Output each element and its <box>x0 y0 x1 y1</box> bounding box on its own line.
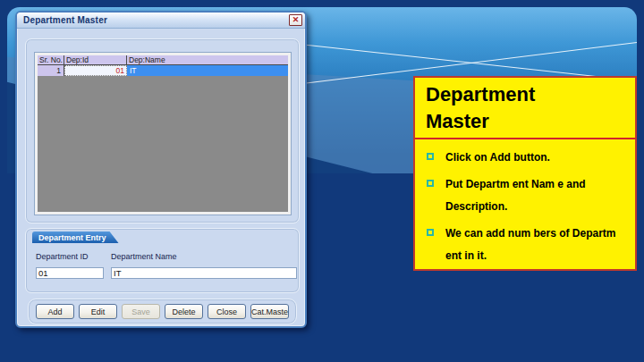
cell-srno: 1 <box>38 65 64 76</box>
instruction-callout: Department Master Click on Add button. P… <box>413 76 637 271</box>
square-bullet-icon <box>427 229 434 236</box>
department-entry-panel: Department Entry Department ID Departmen… <box>25 228 300 293</box>
department-master-window: Department Master ✕ Sr. No. Dep:Id Dep:N… <box>15 11 307 328</box>
column-header-srno: Sr. No. <box>38 55 64 64</box>
instruction-text: Put Departm ent Nam e and Description. <box>445 173 628 218</box>
add-button[interactable]: Add <box>36 304 74 319</box>
close-button[interactable]: ✕ <box>289 14 302 26</box>
close-icon: ✕ <box>292 16 300 24</box>
table-row[interactable]: 1 01 IT <box>38 65 288 76</box>
department-id-input[interactable] <box>36 267 104 279</box>
square-bullet-icon <box>427 180 434 187</box>
instruction-text: Click on Add button. <box>445 147 628 169</box>
department-name-field-group: Department Name <box>111 252 297 280</box>
department-name-label: Department Name <box>111 252 297 261</box>
callout-title: Department Master <box>426 81 578 135</box>
window-titlebar[interactable]: Department Master ✕ <box>17 13 305 29</box>
department-entry-tab: Department Entry <box>32 232 119 243</box>
cell-depid[interactable]: 01 <box>64 65 127 76</box>
instruction-text: We can add num bers of Departm ent in it… <box>445 223 628 267</box>
cat-master-button[interactable]: Cat.Master <box>250 304 289 319</box>
slide: Department Master ✕ Sr. No. Dep:Id Dep:N… <box>0 0 644 362</box>
edit-button[interactable]: Edit <box>79 304 117 319</box>
instruction-list: Click on Add button. Put Departm ent Nam… <box>415 139 635 267</box>
column-header-depname: Dep:Name <box>127 55 288 64</box>
list-item: Click on Add button. <box>427 147 628 169</box>
grid-group-panel: Sr. No. Dep:Id Dep:Name 1 01 IT <box>25 38 300 223</box>
close-window-button[interactable]: Close <box>208 304 246 319</box>
list-item: We can add num bers of Departm ent in it… <box>427 223 628 267</box>
square-bullet-icon <box>427 153 434 160</box>
department-id-field-group: Department ID <box>36 252 104 280</box>
department-grid: Sr. No. Dep:Id Dep:Name 1 01 IT <box>35 53 291 215</box>
grid-header-row: Sr. No. Dep:Id Dep:Name <box>38 55 288 65</box>
window-title: Department Master <box>23 15 285 25</box>
callout-header: Department Master <box>415 78 635 139</box>
column-header-depid: Dep:Id <box>64 55 127 64</box>
department-id-label: Department ID <box>36 252 104 261</box>
cell-depname[interactable]: IT <box>127 65 288 76</box>
delete-button[interactable]: Delete <box>165 304 203 319</box>
department-name-input[interactable] <box>111 267 297 279</box>
save-button: Save <box>122 304 160 319</box>
button-bar: Add Edit Save Delete Close Cat.Master <box>28 299 297 324</box>
list-item: Put Departm ent Nam e and Description. <box>427 173 628 218</box>
